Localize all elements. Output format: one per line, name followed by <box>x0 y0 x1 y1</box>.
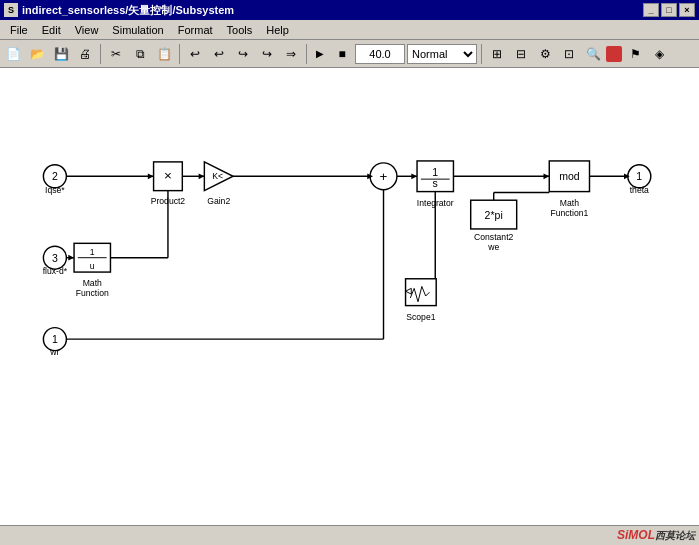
svg-text:3: 3 <box>52 252 58 264</box>
menu-format[interactable]: Format <box>172 23 219 37</box>
zoom-in-icon[interactable]: 🔍 <box>582 43 604 65</box>
menu-view[interactable]: View <box>69 23 105 37</box>
settings-icon[interactable]: ⚙ <box>534 43 556 65</box>
minimize-button[interactable]: _ <box>643 3 659 17</box>
debug-icon[interactable]: ⊟ <box>510 43 532 65</box>
svg-marker-57 <box>199 173 205 179</box>
svg-text:wr: wr <box>49 347 59 357</box>
paste-icon[interactable]: 📋 <box>153 43 175 65</box>
svg-text:K<: K< <box>212 171 223 181</box>
svg-text:Math: Math <box>83 278 102 288</box>
maximize-button[interactable]: □ <box>661 3 677 17</box>
svg-text:2*pi: 2*pi <box>485 209 503 221</box>
zoom-input[interactable]: 40.0 <box>355 44 405 64</box>
svg-text:we: we <box>487 242 499 252</box>
canvas-area[interactable]: 2 Iqse* 3 flux-d* 1 wr × Product2 K< Gai… <box>0 68 699 525</box>
menu-tools[interactable]: Tools <box>221 23 259 37</box>
svg-text:s: s <box>433 177 438 189</box>
save-icon[interactable]: 💾 <box>50 43 72 65</box>
svg-text:1: 1 <box>90 247 95 257</box>
svg-text:+: + <box>380 169 388 184</box>
svg-text:Integrator: Integrator <box>417 198 454 208</box>
svg-marker-56 <box>148 173 154 179</box>
close-button[interactable]: × <box>679 3 695 17</box>
separator-1 <box>100 44 101 64</box>
svg-text:Gain2: Gain2 <box>207 196 230 206</box>
simol-logo: SiMOL西莫论坛 <box>617 528 695 543</box>
extra-icon[interactable]: ◈ <box>648 43 670 65</box>
menu-edit[interactable]: Edit <box>36 23 67 37</box>
svg-text:Product2: Product2 <box>151 196 186 206</box>
undo2-icon[interactable]: ↩ <box>208 43 230 65</box>
svg-marker-62 <box>68 255 74 261</box>
svg-text:u: u <box>90 261 95 271</box>
svg-text:Function1: Function1 <box>550 208 588 218</box>
svg-text:flux-d*: flux-d* <box>43 266 68 276</box>
svg-marker-59 <box>411 173 417 179</box>
window-title: indirect_sensorless/矢量控制/Subsystem <box>22 3 234 18</box>
svg-text:Iqse*: Iqse* <box>45 185 65 195</box>
toolbar: 📄 📂 💾 🖨 ✂ ⧉ 📋 ↩ ↩ ↪ ↪ ⇒ ▶ ■ 40.0 Normal … <box>0 40 699 68</box>
simulink-diagram: 2 Iqse* 3 flux-d* 1 wr × Product2 K< Gai… <box>0 68 699 525</box>
flag-icon[interactable]: ⚑ <box>624 43 646 65</box>
color-icon[interactable] <box>606 46 622 62</box>
stop-button[interactable]: ■ <box>331 43 353 65</box>
svg-text:mod: mod <box>559 170 580 182</box>
print-icon[interactable]: 🖨 <box>74 43 96 65</box>
mode-select[interactable]: Normal Accelerator <box>407 44 477 64</box>
undo-icon[interactable]: ↩ <box>184 43 206 65</box>
redo2-icon[interactable]: ↪ <box>256 43 278 65</box>
svg-text:Math: Math <box>560 198 579 208</box>
copy-icon[interactable]: ⧉ <box>129 43 151 65</box>
open-icon[interactable]: 📂 <box>26 43 48 65</box>
svg-text:Function: Function <box>76 288 109 298</box>
menu-help[interactable]: Help <box>260 23 295 37</box>
title-bar: S indirect_sensorless/矢量控制/Subsystem _ □… <box>0 0 699 20</box>
cut-icon[interactable]: ✂ <box>105 43 127 65</box>
separator-3 <box>306 44 307 64</box>
app-icon: S <box>4 3 18 17</box>
new-icon[interactable]: 📄 <box>2 43 24 65</box>
svg-text:Scope1: Scope1 <box>406 312 435 322</box>
menu-simulation[interactable]: Simulation <box>106 23 169 37</box>
menu-file[interactable]: File <box>4 23 34 37</box>
svg-text:1: 1 <box>52 333 58 345</box>
window-controls[interactable]: _ □ × <box>643 3 695 17</box>
svg-marker-60 <box>544 173 550 179</box>
forward-icon[interactable]: ⇒ <box>280 43 302 65</box>
menu-bar: File Edit View Simulation Format Tools H… <box>0 20 699 40</box>
fit-icon[interactable]: ⊡ <box>558 43 580 65</box>
svg-text:2: 2 <box>52 170 58 182</box>
separator-2 <box>179 44 180 64</box>
library-icon[interactable]: ⊞ <box>486 43 508 65</box>
status-bar: SiMOL西莫论坛 <box>0 525 699 545</box>
separator-4 <box>481 44 482 64</box>
redo-icon[interactable]: ↪ <box>232 43 254 65</box>
svg-text:1: 1 <box>636 170 642 182</box>
svg-text:×: × <box>164 168 172 183</box>
svg-text:Constant2: Constant2 <box>474 232 513 242</box>
play-button[interactable]: ▶ <box>311 45 329 63</box>
svg-text:theta: theta <box>630 185 649 195</box>
